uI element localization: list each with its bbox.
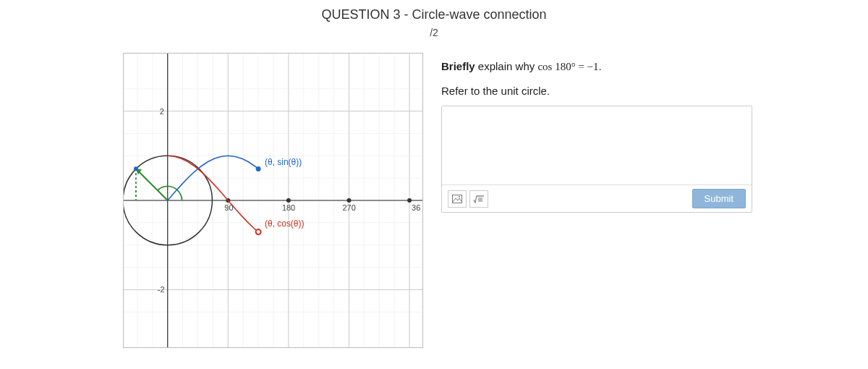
y-tick-2: 2 <box>160 107 164 116</box>
svg-point-41 <box>256 229 261 234</box>
cos-label: (θ, cos(θ)) <box>265 219 304 229</box>
submit-button[interactable]: Submit <box>692 189 746 208</box>
unit-circle-chart[interactable]: 2 -2 90 180 270 36 (θ, sin(θ)) (θ, cos(θ… <box>123 53 423 348</box>
svg-rect-42 <box>453 195 462 203</box>
angle-construction <box>134 166 168 200</box>
x-tick-180: 180 <box>282 203 295 212</box>
svg-rect-44 <box>478 198 482 202</box>
svg-point-38 <box>346 198 351 203</box>
prompt-text: Briefly explain why cos 180° = −1. <box>441 60 752 73</box>
sqrt-icon <box>473 195 485 203</box>
svg-point-35 <box>134 166 138 171</box>
points-total: /2 <box>0 27 868 38</box>
sin-label: (θ, sin(θ)) <box>265 157 302 167</box>
image-icon <box>452 195 462 203</box>
y-tick-neg2: -2 <box>158 285 165 294</box>
page-title: QUESTION 3 - Circle-wave connection <box>0 7 868 22</box>
svg-point-40 <box>256 166 261 171</box>
svg-point-43 <box>459 196 460 198</box>
answer-box: Submit <box>441 106 752 213</box>
x-tick-270: 270 <box>343 203 356 212</box>
x-tick-90: 90 <box>224 203 233 212</box>
image-tool-button[interactable] <box>448 190 467 208</box>
math-tool-button[interactable] <box>469 190 488 208</box>
prompt-hint: Refer to the unit circle. <box>441 85 752 97</box>
answer-input[interactable] <box>442 106 752 184</box>
svg-line-32 <box>136 169 168 200</box>
x-tick-360: 36 <box>412 203 420 212</box>
svg-point-39 <box>407 198 412 203</box>
svg-point-37 <box>286 198 291 203</box>
